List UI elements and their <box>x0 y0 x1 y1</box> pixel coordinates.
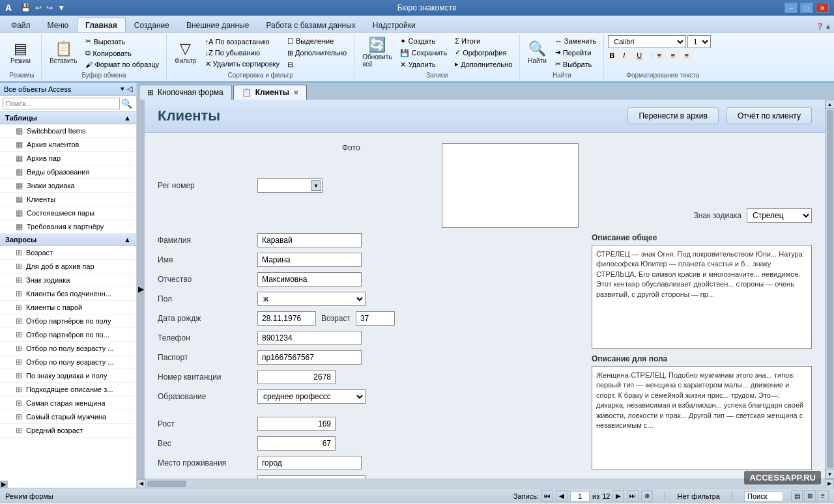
scroll-up-btn[interactable]: ▲ <box>826 100 835 109</box>
quick-access-dropdown[interactable]: ▼ <box>56 2 66 14</box>
filter-btn[interactable]: ▽ Фильтр <box>171 39 201 67</box>
dob-input[interactable] <box>257 311 316 326</box>
align-center-btn[interactable]: ≡ <box>669 49 681 61</box>
refresh-btn[interactable]: 🔄 Обновить всё <box>358 35 395 70</box>
hscroll-left-btn[interactable]: ◀ <box>137 479 146 488</box>
kvitanciya-input[interactable] <box>257 370 336 384</box>
format-painter-btn[interactable]: 🖌 Формат по образцу <box>82 59 162 70</box>
query-vozrast[interactable]: ⊞Возраст <box>0 246 136 260</box>
telefon-input[interactable] <box>257 331 362 345</box>
maximize-btn[interactable]: □ <box>800 3 813 13</box>
queries-section[interactable]: Запросы ▲ <box>0 234 136 246</box>
tables-section[interactable]: Таблицы ▲ <box>0 112 136 124</box>
sort-asc-btn[interactable]: ↑A По возрастанию <box>202 36 283 47</box>
nav-item-archive-clients[interactable]: ▦Архив клиентов <box>0 138 136 152</box>
toggle-filter-btn[interactable]: ⊟ <box>284 59 350 70</box>
nav-prev-btn[interactable]: ◀ <box>556 490 568 502</box>
undo-qa-btn[interactable]: ↩ <box>34 2 43 14</box>
close-btn[interactable]: ✕ <box>816 3 829 13</box>
create-record-btn[interactable]: ✦ Создать <box>397 36 450 47</box>
align-right-btn[interactable]: ≡ <box>683 49 695 61</box>
desc-general-box[interactable]: СТРЕЛЕЦ — знак Огня. Под покровительство… <box>592 245 812 349</box>
tab-switchboard[interactable]: ⊞ Кнопочная форма <box>139 85 232 100</box>
query-zodiac-sign[interactable]: ⊞Знак зодиака <box>0 273 136 287</box>
totals-btn[interactable]: Σ Итоги <box>452 36 515 46</box>
query-oldest-woman[interactable]: ⊞Самая старая женщина <box>0 397 136 410</box>
replace-btn[interactable]: ↔ Заменить <box>552 36 599 46</box>
query-by-gender2[interactable]: ⊞Отбор партнёров по по... <box>0 328 136 342</box>
panel-arrow-btn[interactable]: ▾ <box>121 85 124 93</box>
panel-collapse-arrow[interactable]: ▶ <box>0 481 8 488</box>
obrazovanie-select[interactable]: среднее профессс <box>257 389 366 404</box>
selection-btn[interactable]: ☐ Выделение <box>284 36 350 47</box>
age-input[interactable] <box>356 311 395 326</box>
otchestvo-input[interactable] <box>257 272 362 287</box>
align-left-btn[interactable]: ≡ <box>655 49 667 61</box>
pasport-input[interactable] <box>257 350 362 365</box>
rost-input[interactable] <box>257 417 336 431</box>
nav-item-archive-pairs[interactable]: ▦Архив пар <box>0 152 136 165</box>
nav-item-education-types[interactable]: ▦Виды образования <box>0 165 136 179</box>
tab-create[interactable]: Создание <box>126 18 178 32</box>
form-left-nav[interactable]: ▶ <box>137 100 145 479</box>
tab-addins[interactable]: Надстройки <box>364 18 424 32</box>
query-by-gender[interactable]: ⊞Отбор партнёров по полу <box>0 315 136 328</box>
panel-pin-btn[interactable]: ◁ <box>127 85 132 93</box>
zodiac-select[interactable]: Стрелец <box>747 208 812 223</box>
status-view-btn3[interactable]: ≡ <box>817 490 829 502</box>
delete-record-btn[interactable]: ✕ Удалить <box>397 59 450 70</box>
status-view-btn1[interactable]: ▤ <box>791 490 803 502</box>
ribbon-help-icon[interactable]: ❓ <box>816 23 824 30</box>
tab-external[interactable]: Внешние данные <box>178 18 258 32</box>
query-by-gender-age2[interactable]: ⊞Отбор по полу возрасту ... <box>0 356 136 369</box>
nav-new-btn[interactable]: ⊕ <box>641 490 653 502</box>
tab-database[interactable]: Работа с базами данных <box>257 18 364 32</box>
fontsize-select[interactable]: 11 <box>687 35 711 48</box>
spelling-btn[interactable]: ✓ Орфография <box>452 47 515 58</box>
tab-file[interactable]: Файл <box>3 18 39 32</box>
nav-item-clients[interactable]: ▦Клиенты <box>0 193 136 206</box>
current-record-input[interactable] <box>570 491 590 501</box>
minimize-btn[interactable]: ─ <box>784 3 798 13</box>
query-archive-pairs[interactable]: ⊞Для доб в архив пар <box>0 260 136 273</box>
cut-btn[interactable]: ✂ Вырезать <box>82 36 162 47</box>
font-select[interactable]: Calibri <box>608 35 686 48</box>
nav-item-switchboard[interactable]: ▦Switchboard Items <box>0 124 136 138</box>
query-zodiac-gender[interactable]: ⊞По знаку зодиака и полу <box>0 369 136 383</box>
query-desc[interactable]: ⊞Подходящее описание з... <box>0 383 136 397</box>
select-btn[interactable]: ✂ Выбрать <box>552 59 599 70</box>
horizontal-scrollbar[interactable]: ◀ ▶ <box>137 479 834 488</box>
desc-pol-box[interactable]: Женщина-СТРЕЛЕЦ. Подобно мужчинам этого … <box>592 366 812 470</box>
more-records-btn[interactable]: ▸ Дополнительно <box>452 59 515 70</box>
nav-next-btn[interactable]: ▶ <box>612 490 624 502</box>
report-btn[interactable]: Отчёт по клиенту <box>726 107 812 124</box>
reg-dropdown-btn[interactable]: ▼ <box>311 180 321 191</box>
search-btn[interactable]: 🔍 <box>120 97 134 110</box>
save-qa-btn[interactable]: 💾 <box>20 2 32 14</box>
italic-btn[interactable]: I <box>622 49 633 61</box>
mode-btn[interactable]: ▤ Режим <box>7 39 35 67</box>
goto-btn[interactable]: ➜ Перейти <box>552 47 599 58</box>
tab-menu[interactable]: Меню <box>39 18 77 32</box>
scroll-thumb[interactable] <box>827 110 833 468</box>
sort-desc-btn[interactable]: ↓Z По убыванию <box>202 48 283 58</box>
copy-btn[interactable]: ⧉ Копировать <box>82 48 162 59</box>
mesto-input[interactable] <box>257 456 362 470</box>
hscroll-right-btn[interactable]: ▶ <box>825 479 834 488</box>
nav-item-zodiac[interactable]: ▦Знаки зодиака <box>0 179 136 193</box>
scroll-down-btn[interactable]: ▼ <box>826 469 835 479</box>
paste-btn[interactable]: 📋 Вставить <box>46 39 81 67</box>
vertical-scrollbar[interactable]: ▲ ▼ <box>825 100 834 479</box>
nav-first-btn[interactable]: ⏮ <box>541 490 553 502</box>
status-view-btn2[interactable]: ⊞ <box>804 490 816 502</box>
query-by-gender-age1[interactable]: ⊞Отбор по полу возрасту ... <box>0 342 136 356</box>
tab-clients-close[interactable]: ✕ <box>293 89 298 96</box>
tab-home[interactable]: Главная <box>77 18 126 32</box>
remove-sort-btn[interactable]: ✕ Удалить сортировку <box>202 59 283 70</box>
imya-input[interactable] <box>257 253 362 267</box>
find-btn[interactable]: 🔍 Найти <box>524 39 551 67</box>
archive-btn[interactable]: Перенести в архив <box>627 107 718 124</box>
query-with-pair[interactable]: ⊞Клиенты с парой <box>0 301 136 315</box>
save-record-btn[interactable]: 💾 Сохранить <box>397 48 450 59</box>
redo-qa-btn[interactable]: ↪ <box>45 2 54 14</box>
